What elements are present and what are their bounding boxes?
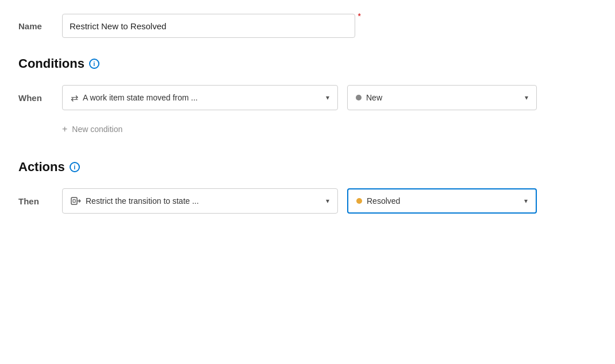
actions-info-icon[interactable]: i	[70, 162, 80, 172]
conditions-header: Conditions i	[18, 56, 597, 71]
state-dot-grey	[356, 95, 362, 100]
conditions-title: Conditions	[18, 56, 84, 71]
actions-title: Actions	[18, 160, 65, 175]
restrict-icon	[71, 197, 81, 205]
plus-icon: +	[62, 124, 67, 134]
state-dropdown-new-content: New	[356, 93, 519, 102]
conditions-info-icon[interactable]: i	[89, 59, 99, 69]
then-dropdown-chevron: ▾	[326, 197, 329, 205]
actions-header: Actions i	[18, 160, 597, 175]
actions-section: Actions i Then	[18, 160, 597, 214]
name-label: Name	[18, 21, 53, 31]
required-asterisk: *	[358, 11, 361, 21]
name-input-wrapper: *	[62, 14, 355, 38]
svg-rect-1	[73, 200, 75, 203]
state-resolved-text: Resolved	[367, 196, 400, 206]
conditions-section: Conditions i When ⇄ A work item state mo…	[18, 56, 597, 137]
then-dropdown[interactable]: Restrict the transition to state ... ▾	[62, 188, 338, 214]
new-condition-button[interactable]: + New condition	[62, 122, 122, 137]
name-section: Name *	[18, 14, 597, 38]
transfer-icon: ⇄	[71, 92, 78, 103]
name-input[interactable]	[62, 14, 355, 38]
when-dropdown-content: ⇄ A work item state moved from ...	[71, 92, 320, 103]
state-resolved-chevron: ▾	[524, 197, 528, 205]
when-label: When	[18, 93, 53, 103]
state-dot-orange	[356, 198, 362, 204]
when-dropdown-text: A work item state moved from ...	[83, 93, 198, 102]
restrict-svg	[71, 197, 81, 205]
state-dropdown-resolved[interactable]: Resolved ▾	[347, 188, 537, 214]
state-dropdown-new[interactable]: New ▾	[347, 85, 537, 110]
when-dropdown-chevron: ▾	[326, 94, 329, 102]
state-dropdown-resolved-content: Resolved	[356, 196, 518, 206]
when-row: When ⇄ A work item state moved from ... …	[18, 85, 597, 110]
page-container: Name * Conditions i When ⇄ A work item s…	[0, 0, 615, 227]
state-new-text: New	[366, 93, 382, 102]
then-dropdown-content: Restrict the transition to state ...	[71, 196, 320, 206]
svg-rect-0	[71, 198, 77, 204]
new-condition-label: New condition	[72, 125, 122, 134]
then-label: Then	[18, 196, 53, 206]
state-new-chevron: ▾	[525, 94, 528, 102]
then-dropdown-text: Restrict the transition to state ...	[86, 196, 199, 206]
then-row: Then Restrict the transition t	[18, 188, 597, 214]
when-dropdown[interactable]: ⇄ A work item state moved from ... ▾	[62, 85, 338, 110]
